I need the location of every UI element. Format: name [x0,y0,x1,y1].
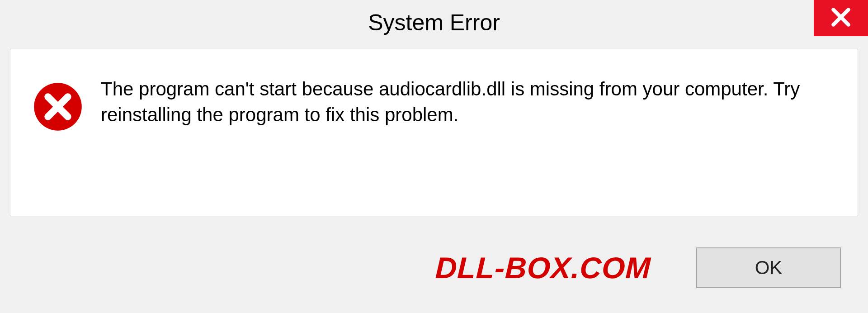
error-icon [33,82,83,132]
titlebar: System Error [0,0,868,45]
message-panel: The program can't start because audiocar… [10,49,858,216]
ok-button-label: OK [755,257,783,279]
dialog-title: System Error [368,9,500,36]
close-button[interactable] [814,0,868,36]
dialog-footer: DLL-BOX.COM OK [0,223,868,313]
watermark-text: DLL-BOX.COM [435,251,651,285]
ok-button[interactable]: OK [696,247,841,288]
error-message: The program can't start because audiocar… [101,76,835,128]
close-icon [830,6,852,30]
